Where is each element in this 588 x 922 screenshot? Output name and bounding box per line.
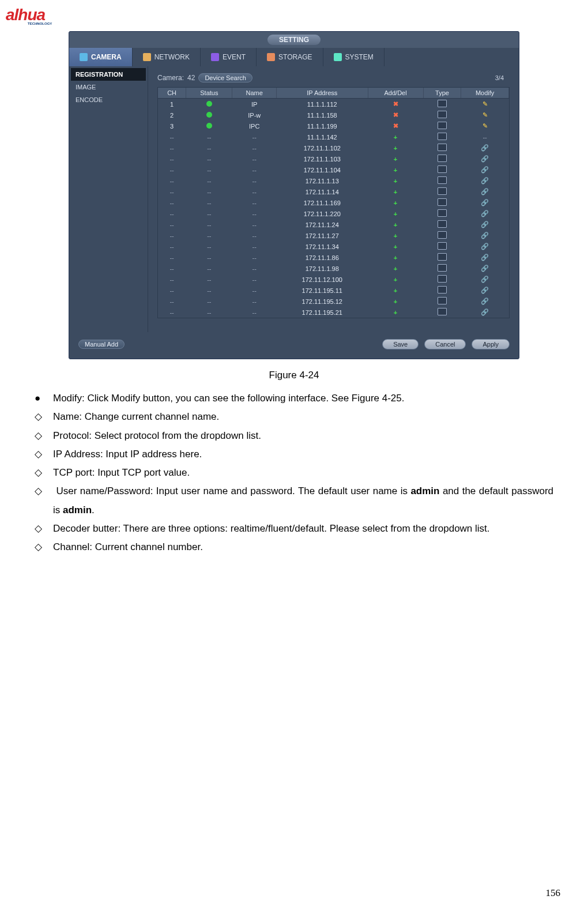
col-name[interactable]: Name xyxy=(232,88,277,99)
link-icon[interactable]: 🔗 xyxy=(481,188,489,195)
cell-modify[interactable]: 🔗 xyxy=(461,208,509,219)
add-icon[interactable]: + xyxy=(394,156,397,163)
add-icon[interactable]: + xyxy=(394,134,397,141)
cell-modify[interactable]: 🔗 xyxy=(461,197,509,208)
cell-adddel[interactable]: + xyxy=(368,241,423,252)
cell-adddel[interactable]: + xyxy=(368,296,423,307)
cell-modify[interactable]: 🔗 xyxy=(461,241,509,252)
cell-adddel[interactable]: + xyxy=(368,263,423,274)
add-icon[interactable]: + xyxy=(394,200,397,206)
table-row[interactable]: 3IPC11.1.1.199✖✎ xyxy=(158,121,509,131)
table-row[interactable]: ------172.11.1.98+🔗 xyxy=(158,263,509,274)
cell-modify[interactable]: 🔗 xyxy=(461,285,509,296)
table-row[interactable]: ------11.1.1.142+-- xyxy=(158,131,509,142)
cell-adddel[interactable]: + xyxy=(368,197,423,208)
cell-modify[interactable]: ✎ xyxy=(461,121,509,131)
cell-modify[interactable]: 🔗 xyxy=(461,186,509,197)
edit-icon[interactable]: ✎ xyxy=(483,122,488,129)
cell-adddel[interactable]: + xyxy=(368,252,423,263)
sidebar-item-image[interactable]: IMAGE xyxy=(71,81,146,93)
link-icon[interactable]: 🔗 xyxy=(481,221,489,228)
table-row[interactable]: ------172.11.1.24+🔗 xyxy=(158,219,509,230)
link-icon[interactable]: 🔗 xyxy=(481,144,489,151)
link-icon[interactable]: 🔗 xyxy=(481,276,489,283)
table-row[interactable]: 1IP11.1.1.112✖✎ xyxy=(158,99,509,110)
cell-modify[interactable]: 🔗 xyxy=(461,274,509,285)
table-row[interactable]: ------172.11.1.220+🔗 xyxy=(158,208,509,219)
table-row[interactable]: ------172.11.1.104+🔗 xyxy=(158,164,509,175)
add-icon[interactable]: + xyxy=(394,298,397,305)
table-row[interactable]: ------172.11.1.27+🔗 xyxy=(158,230,509,241)
cell-adddel[interactable]: + xyxy=(368,208,423,219)
cell-modify[interactable]: 🔗 xyxy=(461,219,509,230)
link-icon[interactable]: 🔗 xyxy=(481,232,489,239)
table-row[interactable]: ------172.11.1.34+🔗 xyxy=(158,241,509,252)
add-icon[interactable]: + xyxy=(394,232,397,239)
cell-modify[interactable]: 🔗 xyxy=(461,252,509,263)
table-row[interactable]: ------172.11.1.13+🔗 xyxy=(158,175,509,186)
cell-modify[interactable]: 🔗 xyxy=(461,142,509,153)
col-adddel[interactable]: Add/Del xyxy=(368,88,423,99)
cell-modify[interactable]: 🔗 xyxy=(461,296,509,307)
edit-icon[interactable]: ✎ xyxy=(483,111,488,118)
link-icon[interactable]: 🔗 xyxy=(481,243,489,250)
cell-adddel[interactable]: ✖ xyxy=(368,110,423,121)
cell-adddel[interactable]: + xyxy=(368,164,423,175)
link-icon[interactable]: 🔗 xyxy=(481,265,489,272)
tab-system[interactable]: SYSTEM xyxy=(323,48,385,66)
link-icon[interactable]: 🔗 xyxy=(481,298,489,304)
add-icon[interactable]: + xyxy=(394,145,397,152)
link-icon[interactable]: 🔗 xyxy=(481,210,489,217)
table-row[interactable]: ------172.11.1.103+🔗 xyxy=(158,153,509,164)
cell-modify[interactable]: -- xyxy=(461,131,509,142)
cell-adddel[interactable]: + xyxy=(368,307,423,318)
table-row[interactable]: ------172.11.195.12+🔗 xyxy=(158,296,509,307)
cell-adddel[interactable]: ✖ xyxy=(368,121,423,131)
sidebar-item-encode[interactable]: ENCODE xyxy=(71,93,146,106)
add-icon[interactable]: + xyxy=(394,210,397,217)
manual-add-button[interactable]: Manual Add xyxy=(78,340,125,349)
link-icon[interactable]: 🔗 xyxy=(481,177,489,184)
tab-camera[interactable]: CAMERA xyxy=(69,48,133,66)
add-icon[interactable]: + xyxy=(394,189,397,195)
link-icon[interactable]: 🔗 xyxy=(481,155,489,162)
cell-adddel[interactable]: + xyxy=(368,186,423,197)
cell-adddel[interactable]: + xyxy=(368,153,423,164)
col-type[interactable]: Type xyxy=(423,88,461,99)
table-row[interactable]: ------172.11.1.86+🔗 xyxy=(158,252,509,263)
cell-adddel[interactable]: + xyxy=(368,230,423,241)
add-icon[interactable]: + xyxy=(394,276,397,283)
col-ch[interactable]: CH xyxy=(158,88,186,99)
cell-modify[interactable]: 🔗 xyxy=(461,307,509,318)
cell-modify[interactable]: 🔗 xyxy=(461,230,509,241)
link-icon[interactable]: 🔗 xyxy=(481,166,489,173)
cell-modify[interactable]: 🔗 xyxy=(461,175,509,186)
cell-adddel[interactable]: ✖ xyxy=(368,99,423,110)
link-icon[interactable]: 🔗 xyxy=(481,254,489,261)
add-icon[interactable]: + xyxy=(394,254,397,261)
cell-adddel[interactable]: + xyxy=(368,175,423,186)
edit-icon[interactable]: ✎ xyxy=(483,100,488,107)
cell-adddel[interactable]: + xyxy=(368,219,423,230)
cell-modify[interactable]: ✎ xyxy=(461,99,509,110)
cell-modify[interactable]: ✎ xyxy=(461,110,509,121)
sidebar-item-registration[interactable]: REGISTRATION xyxy=(71,68,146,81)
table-row[interactable]: 2IP-w11.1.1.158✖✎ xyxy=(158,110,509,121)
cell-modify[interactable]: 🔗 xyxy=(461,164,509,175)
cell-modify[interactable]: 🔗 xyxy=(461,153,509,164)
table-row[interactable]: ------172.11.1.14+🔗 xyxy=(158,186,509,197)
table-row[interactable]: ------172.11.12.100+🔗 xyxy=(158,274,509,285)
cell-adddel[interactable]: + xyxy=(368,274,423,285)
apply-button[interactable]: Apply xyxy=(472,339,510,349)
add-icon[interactable]: + xyxy=(394,287,397,294)
link-icon[interactable]: 🔗 xyxy=(481,287,489,293)
delete-icon[interactable]: ✖ xyxy=(393,100,398,107)
table-row[interactable]: ------172.11.1.169+🔗 xyxy=(158,197,509,208)
cell-adddel[interactable]: + xyxy=(368,131,423,142)
add-icon[interactable]: + xyxy=(394,167,397,174)
table-row[interactable]: ------172.11.195.21+🔗 xyxy=(158,307,509,318)
add-icon[interactable]: + xyxy=(394,265,397,272)
table-row[interactable]: ------172.11.1.102+🔗 xyxy=(158,142,509,153)
add-icon[interactable]: + xyxy=(394,178,397,185)
add-icon[interactable]: + xyxy=(394,221,397,228)
